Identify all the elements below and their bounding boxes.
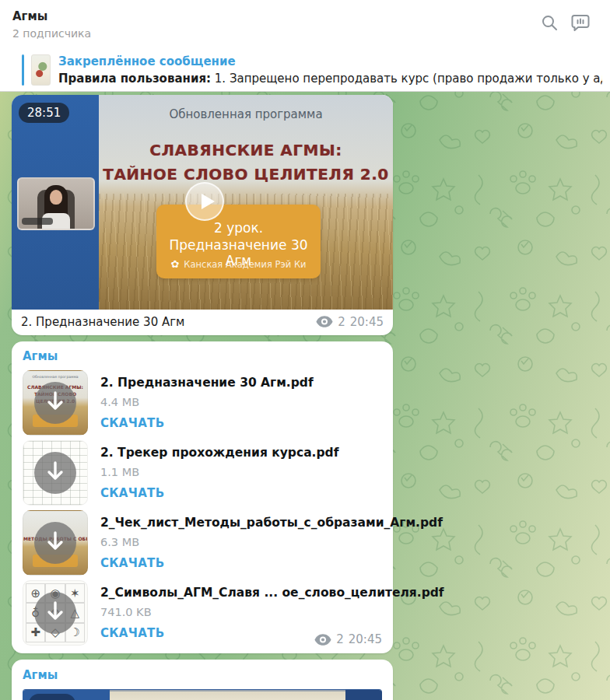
file-size: 741.0 KB [100,606,382,618]
next-video-speaker-panel [23,690,110,700]
pinned-text-rest: 1. Запрещено перепродавать курс (право п… [211,72,602,86]
brand-logo-icon: ✿ [170,258,179,270]
video-message: 28:51 Обновленная программа СЛАВЯНСКИЕ А… [12,95,393,335]
pinned-message-bar[interactable]: Закреплённое сообщение Правила пользован… [0,48,610,92]
channel-title: Агмы [12,9,534,23]
video-duration-badge: 28:51 [19,103,69,123]
speaker-webcam [17,177,95,230]
message-time: 20:45 [349,632,382,646]
file-row: Обновленная программа СЛАВЯНСКИЕ АГМЫ:ТА… [23,370,382,436]
discussion-button[interactable] [565,9,596,40]
video-caption: 2. Предназначение 30 Агм [21,315,316,329]
download-link[interactable]: СКАЧАТЬ [100,416,164,430]
lesson-line1: 2 урок. [156,220,321,236]
sender-name[interactable]: Агмы [23,349,58,363]
video-speaker-panel [12,95,99,310]
views-eye-icon [314,634,331,646]
file-thumbnail[interactable]: ⊕◉✶ ♁⊗△ ✚◇☽ [23,580,88,646]
message-list: 28:51 Обновленная программа СЛАВЯНСКИЕ А… [0,91,610,700]
slide-title-line2: ТАЙНОЕ СЛОВО ЦЕЛИТЕЛЯ 2.0 [99,163,393,187]
file-thumbnail[interactable]: Обновленная программа СЛАВЯНСКИЕ АГМЫ:ТА… [23,370,88,436]
next-message: Агмы [12,660,393,700]
pinned-label: Закреплённое сообщение [58,54,602,68]
brand-name: Канская Академия Рэй Ки [184,259,306,270]
down-arrow-icon [45,530,65,555]
webcam-name-tag [22,218,53,225]
files-message: Агмы Обновленная программа СЛАВЯНСКИЕ АГ… [12,341,393,653]
message-time: 20:45 [350,315,384,329]
discussion-bubble-icon [570,12,591,36]
next-video-duration-badge [29,694,75,700]
views-count: 2 [338,315,345,329]
video-slide: Обновленная программа СЛАВЯНСКИЕ АГМЫ: Т… [99,95,393,310]
file-size: 4.4 MB [100,396,314,408]
pinned-text-bold: Правила пользования: [58,72,211,86]
views-count: 2 [336,632,344,646]
download-circle [34,382,76,424]
video-meta: 2 20:45 [316,315,384,329]
next-video-right-panel [345,690,382,700]
files-meta: 2 20:45 [314,632,382,646]
download-link[interactable]: СКАЧАТЬ [100,486,164,500]
next-video-slide [110,690,345,700]
chat-header: Агмы 2 подписчика [0,0,610,48]
file-name: 2. Трекер прохождения курса.pdf [100,446,338,460]
file-size: 6.3 MB [100,536,382,548]
pinned-accent-bar [22,54,24,86]
slide-header: Обновленная программа [99,107,393,121]
down-arrow-icon [45,460,65,485]
file-row: МЕТОДЫ РАБОТЫ С ОБРАЗАМИ АГМ 2_Чек_лист_… [23,510,382,576]
file-size: 1.1 MB [100,466,338,478]
views-eye-icon [316,316,333,327]
down-arrow-icon [45,600,65,625]
lesson-card: 2 урок. Предназначение 30 Агм ✿ Канская … [156,205,321,278]
file-thumbnail[interactable] [23,440,88,506]
slide-title-line1: СЛАВЯНСКИЕ АГМЫ: [99,138,393,163]
pinned-text: Правила пользования: 1. Запрещено перепр… [58,72,602,86]
file-thumbnail[interactable]: МЕТОДЫ РАБОТЫ С ОБРАЗАМИ АГМ [23,510,88,576]
play-button[interactable] [185,182,224,221]
download-circle [34,452,76,494]
file-name: 2. Предназначение 30 Агм.pdf [100,376,314,390]
file-name: 2_Чек_лист_Методы_работы_с_образами_Агм.… [100,516,382,530]
subscriber-count: 2 подписчика [12,27,534,40]
slide-title: СЛАВЯНСКИЕ АГМЫ: ТАЙНОЕ СЛОВО ЦЕЛИТЕЛЯ 2… [99,138,393,187]
file-row: 2. Трекер прохождения курса.pdf 1.1 MB С… [23,440,382,506]
down-arrow-icon [45,390,65,415]
sender-name[interactable]: Агмы [23,668,58,682]
search-button[interactable] [534,9,565,40]
next-video-thumbnail[interactable] [23,689,382,700]
download-circle [34,592,76,634]
file-name: 2_Символы_АГМ_Славя ... ое_слово_целител… [100,586,382,600]
webcam-face [50,190,62,205]
chat-title-block[interactable]: Агмы 2 подписчика [12,9,534,40]
download-circle [34,522,76,564]
download-link[interactable]: СКАЧАТЬ [100,626,164,640]
pinned-thumbnail [31,54,51,86]
video-thumbnail[interactable]: 28:51 Обновленная программа СЛАВЯНСКИЕ А… [12,95,393,310]
search-icon [540,13,559,35]
download-link[interactable]: СКАЧАТЬ [100,556,164,570]
